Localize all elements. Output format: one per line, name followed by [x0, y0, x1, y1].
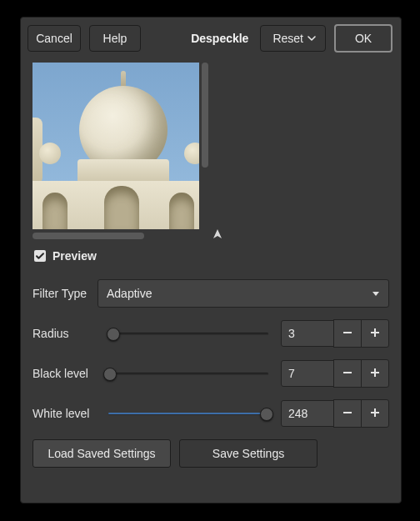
despeckle-dialog: Cancel Help Despeckle Reset OK: [20, 17, 402, 503]
white-level-decrement-button[interactable]: [333, 399, 362, 428]
reset-button[interactable]: Reset: [260, 25, 326, 52]
radius-stepper: [334, 319, 389, 348]
scrollbar-thumb[interactable]: [202, 63, 208, 168]
white-level-value-field[interactable]: 248: [281, 400, 334, 427]
scrollbar-thumb[interactable]: [32, 233, 144, 239]
black-level-decrement-button[interactable]: [333, 359, 362, 388]
svg-rect-6: [343, 412, 352, 413]
preview-checkbox-row: Preview: [34, 249, 389, 263]
filter-type-row: Filter Type Adaptive: [32, 279, 389, 308]
black-level-row: Black level 7: [32, 359, 389, 388]
plus-icon: [369, 367, 381, 381]
svg-rect-2: [374, 328, 376, 337]
white-level-stepper: [334, 399, 389, 428]
plus-icon: [369, 407, 381, 421]
svg-rect-0: [343, 332, 352, 333]
white-level-label: White level: [32, 407, 106, 420]
white-level-slider-fill: [108, 413, 268, 414]
radius-slider-handle[interactable]: [107, 328, 120, 341]
radius-value-field[interactable]: 3: [281, 320, 334, 347]
white-level-slider[interactable]: [106, 407, 271, 420]
filter-type-label: Filter Type: [32, 287, 98, 300]
minus-icon: [342, 327, 353, 341]
preview-vertical-scrollbar[interactable]: [202, 63, 208, 229]
white-level-row: White level 248: [32, 399, 389, 428]
radius-row: Radius 3: [32, 319, 389, 348]
preview-area: [32, 63, 389, 244]
plus-icon: [369, 327, 381, 341]
black-level-slider[interactable]: [106, 367, 271, 380]
black-level-value-field[interactable]: 7: [281, 360, 334, 387]
load-saved-settings-button[interactable]: Load Saved Settings: [32, 439, 171, 468]
radius-decrement-button[interactable]: [333, 319, 362, 348]
minus-icon: [342, 367, 353, 381]
svg-rect-8: [374, 408, 376, 417]
black-level-label: Black level: [32, 367, 106, 380]
cancel-button[interactable]: Cancel: [28, 25, 81, 52]
preview-horizontal-scrollbar[interactable]: [32, 233, 199, 239]
reset-button-label: Reset: [272, 32, 303, 45]
svg-rect-5: [374, 368, 376, 377]
help-button[interactable]: Help: [89, 25, 141, 52]
black-level-slider-handle[interactable]: [103, 368, 117, 381]
preview-checkbox[interactable]: [34, 250, 46, 262]
white-level-increment-button[interactable]: [361, 399, 389, 428]
ok-button[interactable]: OK: [334, 24, 392, 53]
minus-icon: [342, 407, 353, 421]
radius-increment-button[interactable]: [361, 319, 389, 348]
dropdown-triangle-icon: [372, 287, 380, 300]
black-level-increment-button[interactable]: [361, 359, 389, 388]
chevron-down-icon: [307, 33, 317, 43]
dialog-title: Despeckle: [191, 32, 248, 45]
white-level-slider-handle[interactable]: [260, 408, 273, 421]
black-level-stepper: [334, 359, 389, 388]
filter-type-value: Adaptive: [107, 287, 152, 300]
radius-slider[interactable]: [106, 327, 271, 340]
svg-rect-3: [343, 372, 352, 373]
preview-checkbox-label: Preview: [52, 249, 97, 263]
navigation-arrow-icon[interactable]: [211, 228, 224, 241]
bottom-button-row: Load Saved Settings Save Settings: [32, 439, 389, 468]
dialog-content: Preview Filter Type Adaptive Radius 3: [21, 63, 401, 479]
dialog-topbar: Cancel Help Despeckle Reset OK: [21, 18, 401, 63]
preview-image[interactable]: [32, 63, 199, 229]
save-settings-button[interactable]: Save Settings: [179, 439, 318, 468]
filter-type-combobox[interactable]: Adaptive: [98, 279, 389, 308]
radius-label: Radius: [32, 327, 106, 340]
